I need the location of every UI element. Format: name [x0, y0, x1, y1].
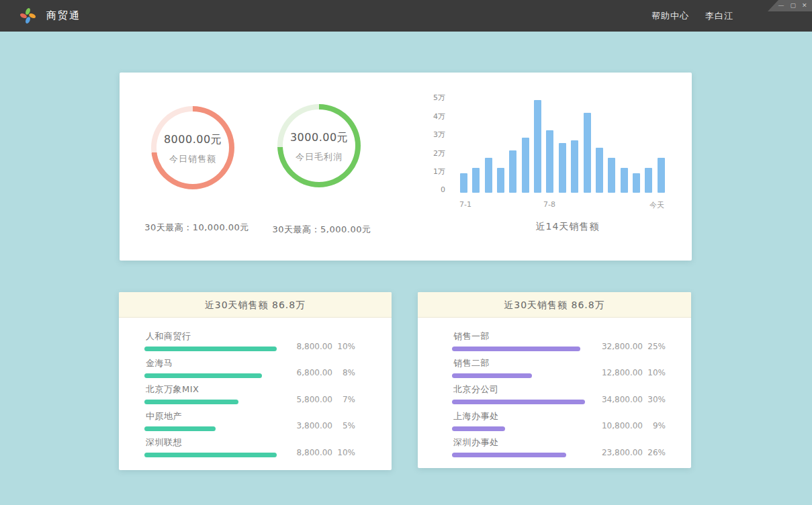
- y-tick: 2万: [417, 148, 445, 158]
- row-amount: 5,800.00: [284, 395, 332, 404]
- row-progress-bar: [144, 453, 277, 457]
- sales-list-row: 深圳办事处 23,800.00 26%: [452, 435, 666, 462]
- row-name: 销售二部: [452, 356, 666, 369]
- row-name: 深圳联想: [144, 435, 355, 449]
- y-tick: 3万: [417, 130, 445, 140]
- row-percent: 5%: [332, 421, 355, 430]
- chart-bar: [485, 158, 492, 193]
- row-percent: 25%: [643, 342, 666, 351]
- row-amount: 34,800.00: [594, 395, 643, 404]
- minimize-icon[interactable]: —: [778, 3, 784, 9]
- customers-card-title: 近30天销售额 86.8万: [119, 292, 392, 318]
- help-center-link[interactable]: 帮助中心: [651, 10, 689, 22]
- today-sales-label: 今日销售额: [169, 153, 216, 165]
- row-amount: 32,800.00: [594, 342, 643, 351]
- row-name: 上海办事处: [452, 409, 666, 422]
- chart-bar: [460, 173, 467, 193]
- row-progress-bar: [452, 453, 566, 457]
- chart-bar: [608, 158, 615, 193]
- row-name: 金海马: [144, 356, 355, 369]
- sales-list-row: 销售一部 32,800.00 25%: [452, 329, 666, 356]
- row-amount: 8,800.00: [284, 342, 332, 351]
- row-name: 人和商贸行: [144, 329, 355, 342]
- user-menu[interactable]: 李白江: [705, 10, 733, 22]
- row-name: 销售一部: [452, 329, 666, 342]
- chart-bar: [584, 113, 591, 193]
- sales-list-row: 上海办事处 10,800.00 9%: [452, 409, 666, 436]
- sales-list-row: 深圳联想 8,800.00 10%: [144, 435, 355, 462]
- row-percent: 8%: [332, 368, 355, 377]
- chart-bar: [534, 100, 541, 193]
- row-percent: 7%: [332, 395, 355, 404]
- row-percent: 10%: [332, 342, 355, 351]
- departments-card-title: 近30天销售额 86.8万: [418, 292, 691, 318]
- row-name: 中原地产: [144, 409, 355, 422]
- chart-bar: [621, 168, 628, 193]
- chart-bar: [571, 140, 578, 193]
- row-amount: 3,800.00: [284, 421, 332, 430]
- x-tick: 今天: [649, 200, 664, 210]
- app-header: 商贸通 帮助中心 李白江: [0, 0, 812, 32]
- sales-list-row: 金海马 6,800.00 8%: [144, 356, 355, 383]
- row-amount: 12,800.00: [594, 368, 643, 377]
- profit-30d-max: 30天最高：5,000.00元: [244, 224, 399, 236]
- row-amount: 23,800.00: [594, 448, 643, 457]
- chart-bar: [658, 158, 665, 193]
- app-title: 商贸通: [46, 9, 81, 22]
- today-profit-donut: 3000.00元 今日毛利润: [277, 104, 361, 187]
- row-amount: 8,800.00: [284, 448, 332, 457]
- customers-list: 人和商贸行 8,800.00 10% 金海马 6,800.00 8% 北京万象M…: [119, 318, 392, 462]
- row-amount: 6,800.00: [284, 368, 332, 377]
- today-profit-label: 今日毛利润: [296, 151, 343, 163]
- chart-bar: [645, 168, 652, 193]
- bar-chart-title: 近14天销售额: [536, 221, 600, 233]
- y-tick: 4万: [417, 111, 445, 121]
- chart-bar: [522, 138, 529, 193]
- y-tick: 1万: [417, 166, 445, 176]
- chart-bar: [497, 168, 504, 193]
- row-progress-bar: [452, 426, 505, 431]
- row-name: 深圳办事处: [452, 435, 666, 449]
- row-progress-bar: [144, 373, 262, 378]
- chart-bar: [472, 168, 480, 193]
- x-tick: 7-1: [459, 200, 471, 209]
- chart-bar: [546, 130, 553, 193]
- chart-bar: [509, 150, 516, 193]
- departments-list: 销售一部 32,800.00 25% 销售二部 12,800.00 10% 北京…: [418, 318, 691, 462]
- chart-bar: [633, 173, 640, 193]
- sales-list-row: 中原地产 3,800.00 5%: [144, 409, 355, 436]
- row-amount: 10,800.00: [594, 421, 643, 430]
- row-name: 北京分公司: [452, 382, 666, 396]
- row-percent: 10%: [643, 368, 666, 377]
- row-progress-bar: [452, 373, 532, 378]
- row-progress-bar: [144, 347, 277, 351]
- sales-list-row: 人和商贸行 8,800.00 10%: [144, 329, 355, 356]
- sales-bar-chart: [460, 99, 667, 193]
- today-sales-donut: 8000.00元 今日销售额: [151, 106, 234, 189]
- close-icon[interactable]: ✕: [802, 3, 807, 9]
- chart-bar: [559, 143, 566, 193]
- y-tick: 0: [417, 185, 445, 194]
- customers-sales-card: 近30天销售额 86.8万 人和商贸行 8,800.00 10% 金海马 6,8…: [119, 292, 392, 470]
- overview-card: 8000.00元 今日销售额 30天最高：10,000.00元 3000.00元…: [120, 73, 692, 261]
- row-progress-bar: [144, 426, 216, 431]
- x-tick: 7-8: [543, 200, 555, 209]
- row-percent: 9%: [643, 421, 666, 430]
- sales-list-row: 北京万象MIX 5,800.00 7%: [144, 382, 355, 409]
- departments-sales-card: 近30天销售额 86.8万 销售一部 32,800.00 25% 销售二部 12…: [418, 292, 691, 468]
- today-profit-value: 3000.00元: [290, 131, 348, 145]
- sales-list-row: 北京分公司 34,800.00 30%: [452, 382, 666, 409]
- row-progress-bar: [452, 400, 585, 404]
- sales-list-row: 销售二部 12,800.00 10%: [452, 356, 666, 383]
- today-sales-value: 8000.00元: [164, 133, 222, 147]
- y-tick: 5万: [417, 93, 445, 103]
- row-name: 北京万象MIX: [144, 382, 355, 396]
- row-percent: 26%: [643, 448, 666, 457]
- chart-bar: [596, 148, 603, 193]
- row-progress-bar: [144, 400, 238, 404]
- row-percent: 30%: [643, 395, 666, 404]
- pinwheel-logo-icon: [19, 7, 37, 25]
- row-percent: 10%: [332, 448, 355, 457]
- row-progress-bar: [452, 347, 580, 351]
- maximize-icon[interactable]: ▢: [790, 3, 796, 9]
